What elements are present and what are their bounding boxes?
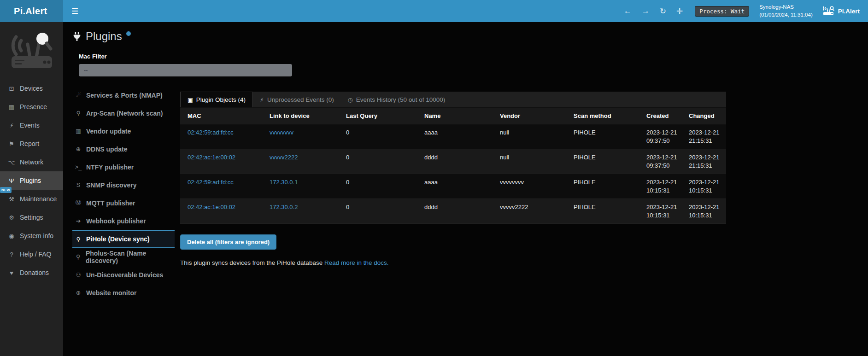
sidebar-item-settings[interactable]: ⚙ Settings: [0, 208, 63, 227]
column-header-name: Name: [417, 108, 493, 124]
users-icon: ⚇: [74, 271, 82, 278]
megaphone-icon: ➔: [74, 217, 82, 224]
docs-link[interactable]: Read more in the docs.: [324, 259, 389, 266]
plugin-nav-label: Webhook publisher: [86, 217, 146, 225]
sidebar-item-events[interactable]: ⚡ Events: [0, 116, 63, 134]
name-cell: aaaa: [417, 124, 493, 149]
device-link[interactable]: vvvvv2222: [270, 154, 298, 161]
created-cell: 2023-12-21 10:15:31: [639, 174, 681, 199]
scan-method-cell: PIHOLE: [566, 124, 639, 149]
disk-icon: ◉: [7, 233, 16, 239]
name-cell: aaaa: [417, 174, 493, 199]
plugin-nav-item-pholus-scan[interactable]: ⚲ Pholus-Scan (Name discovery): [72, 248, 175, 266]
plugin-description-text: This plugin syncs devices from the PiHol…: [180, 259, 323, 266]
sidebar-item-label: Events: [20, 122, 40, 129]
brand-logo[interactable]: Pi.Alert: [0, 0, 63, 22]
search-icon: ⚲: [74, 236, 82, 243]
topbar: Pi.Alert ☰ ← → ↻ ✛ Process: Wait Synolog…: [0, 0, 868, 22]
bolt-icon: ⚡: [260, 96, 264, 103]
sidebar-item-label: Presence: [20, 103, 47, 111]
mac-link[interactable]: 02:42:ac:1e:00:02: [188, 154, 235, 161]
last-query-cell: 0: [339, 149, 417, 174]
plugin-nav-label: MQTT publisher: [86, 199, 135, 207]
search-icon: ⚲: [74, 110, 82, 117]
title-info-badge[interactable]: [126, 31, 131, 36]
mac-link[interactable]: 02:42:59:ad:fd:cc: [188, 179, 234, 186]
sidebar-toggle-button[interactable]: ☰: [63, 0, 87, 22]
forward-arrow-icon[interactable]: →: [642, 6, 650, 16]
sidebar-item-report[interactable]: ⚑ Report: [0, 134, 63, 153]
plugin-panel: ▣ Plugin Objects (4) ⚡ Unprocessed Event…: [180, 92, 726, 266]
vendor-cell: vvvvvvvv: [493, 174, 566, 199]
delete-all-button[interactable]: Delete all (filters are ignored): [180, 234, 276, 250]
plugin-nav-item-website-monitor[interactable]: ⊕ Website monitor: [72, 284, 175, 302]
column-header-created: Created: [639, 108, 681, 124]
chart-icon: ▥: [74, 128, 82, 134]
plugin-nav-item-ntfy-publisher[interactable]: >_ NTFY publisher: [72, 158, 175, 176]
body-row: ⊡ Devices ▦ Presence ⚡ Events ⚑ Report ⌥: [0, 22, 868, 356]
monitor-icon: ⊡: [7, 85, 16, 92]
column-header-mac: MAC: [180, 108, 262, 124]
plugin-nav-item-ddns-update[interactable]: ⊕ DDNS update: [72, 140, 175, 158]
table-row: 02:42:59:ad:fd:cc 172.30.0.1 0 aaaa vvvv…: [180, 174, 726, 199]
sidebar-item-network[interactable]: ⌥ Network: [0, 153, 63, 171]
plugin-nav-item-snmp-discovery[interactable]: S SNMP discovery: [72, 176, 175, 194]
mac-link[interactable]: 02:42:ac:1e:00:02: [188, 204, 235, 210]
sidebar-item-label: Maintenance: [20, 195, 57, 203]
move-arrows-icon[interactable]: ✛: [676, 6, 683, 16]
tab-plugin-objects[interactable]: ▣ Plugin Objects (4): [180, 92, 253, 107]
plugin-nav-label: SNMP discovery: [86, 181, 136, 189]
letter-m-icon: Ⓜ: [74, 199, 82, 207]
letter-s-icon: S: [74, 182, 82, 188]
mac-link[interactable]: 02:42:59:ad:fd:cc: [188, 129, 234, 136]
plugin-nav-label: DDNS update: [86, 146, 127, 153]
plugin-objects-table: MAC Link to device Last Query Name Vendo…: [180, 108, 726, 224]
tab-events-history[interactable]: ◷ Events History (50 out of 10000): [341, 92, 452, 107]
pialert-app: Pi.Alert ☰ ← → ↻ ✛ Process: Wait Synolog…: [0, 0, 868, 356]
sidebar-item-maintenance[interactable]: NEW ⚒ Maintenance: [0, 190, 63, 208]
plugin-nav-item-pihole-device-sync[interactable]: ⚲ PiHole (Device sync): [72, 230, 175, 248]
plugin-nav-item-services-ports[interactable]: ☄ Services & Ports (NMAP): [72, 86, 175, 104]
refresh-icon[interactable]: ↻: [660, 6, 666, 16]
vendor-cell: null: [493, 149, 566, 174]
sidebar-item-presence[interactable]: ▦ Presence: [0, 98, 63, 116]
plugin-nav-item-mqtt-publisher[interactable]: Ⓜ MQTT publisher: [72, 194, 175, 212]
mac-cell: 02:42:59:ad:fd:cc: [180, 174, 262, 199]
device-link-cell: 172.30.0.1: [262, 174, 339, 199]
changed-cell: 2023-12-21 21:15:31: [681, 124, 726, 149]
device-link[interactable]: 172.30.0.1: [270, 179, 298, 186]
created-cell: 2023-12-21 09:37:50: [639, 149, 681, 174]
last-query-cell: 0: [339, 199, 417, 224]
page-header: Plugins: [72, 30, 868, 44]
mac-cell: 02:42:ac:1e:00:02: [180, 199, 262, 224]
sidebar-item-donations[interactable]: ♥ Donations: [0, 263, 63, 282]
sidebar-item-label: Plugins: [20, 177, 41, 184]
table-row: 02:42:ac:1e:00:02 vvvvv2222 0 dddd null …: [180, 149, 726, 174]
device-link[interactable]: 172.30.0.2: [270, 204, 298, 210]
plugin-nav-item-webhook-publisher[interactable]: ➔ Webhook publisher: [72, 212, 175, 230]
sidebar-item-help-faq[interactable]: ? Help / FAQ: [0, 245, 63, 263]
device-link-cell: 172.30.0.2: [262, 199, 339, 224]
plugin-nav-item-vendor-update[interactable]: ▥ Vendor update: [72, 122, 175, 140]
sidebar-item-label: Settings: [20, 214, 43, 221]
sidebar-item-devices[interactable]: ⊡ Devices: [0, 79, 63, 98]
tab-unprocessed-events[interactable]: ⚡ Unprocessed Events (0): [253, 92, 341, 107]
plugin-nav-item-undiscoverable-devices[interactable]: ⚇ Un-Discoverable Devices: [72, 266, 175, 284]
cube-icon: ▣: [188, 96, 193, 103]
plugin-nav-item-arp-scan[interactable]: ⚲ Arp-Scan (Network scan): [72, 104, 175, 122]
sidebar-item-system-info[interactable]: ◉ System info: [0, 227, 63, 245]
table-row: 02:42:ac:1e:00:02 172.30.0.2 0 dddd vvvv…: [180, 199, 726, 224]
mac-filter-input[interactable]: [79, 64, 292, 76]
device-link[interactable]: vvvvvvvv: [270, 129, 293, 136]
wrench-icon: ⚒: [7, 196, 16, 203]
back-arrow-icon[interactable]: ←: [624, 6, 632, 16]
main-content: Plugins Mac Filter ☄ Services & Ports (N…: [63, 22, 868, 356]
clock-icon: ◷: [348, 96, 353, 103]
tab-label: Unprocessed Events (0): [267, 96, 334, 103]
column-header-vendor: Vendor: [493, 108, 566, 124]
plugin-nav-label: Un-Discoverable Devices: [86, 271, 163, 279]
host-time: (01/01/2024, 11:31:04): [759, 11, 813, 19]
changed-cell: 2023-12-21 10:15:31: [681, 174, 726, 199]
pialert-logo: [0, 27, 63, 79]
plugin-nav-label: NTFY publisher: [86, 163, 134, 171]
